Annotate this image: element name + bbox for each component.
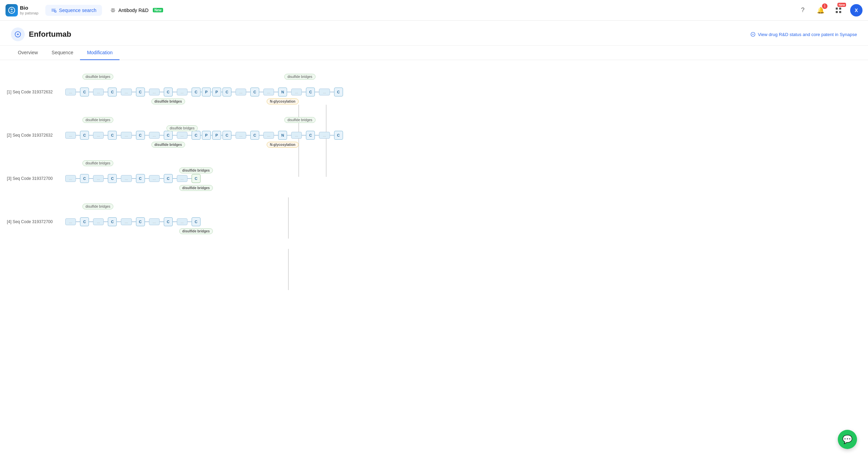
apps-button[interactable]: New: [832, 4, 845, 16]
logo-icon: [5, 4, 18, 16]
residue-C-1-5: C: [192, 88, 201, 96]
sequence-search-label: Sequence search: [59, 8, 96, 13]
conn-1: [76, 92, 80, 92]
seq-chain-4: disulfide bridges ... C ... C ... C ... …: [65, 217, 201, 226]
app-header: Bio by patsnap Sequence search Antibody …: [0, 0, 868, 21]
seq-label-2: [2] Seq Code 319372632: [7, 133, 65, 138]
notification-badge: 1: [822, 3, 827, 9]
tab-modification-label: Modification: [87, 50, 113, 55]
seq-label-1: [1] Seq Code 319372632: [7, 90, 65, 94]
residue-C-1-8: C: [306, 88, 315, 96]
residue-C-1-4: C disulfide bridges: [164, 88, 173, 96]
drug-title: Enfortumab: [29, 30, 71, 39]
residue-P-1-2: P: [212, 88, 221, 96]
residue-C-1-6: C: [222, 88, 231, 96]
svg-point-3: [112, 10, 114, 11]
seq-row-1: [1] Seq Code 319372632 disulfide bridges…: [0, 67, 868, 110]
dots-1-1: ...: [65, 89, 76, 95]
label-disulfide-below-1: disulfide bridges: [151, 99, 185, 104]
diagram-wrapper: [1] Seq Code 319372632 disulfide bridges…: [0, 67, 868, 240]
seq-row-4: [4] Seq Code 319372700 disulfide bridges…: [0, 197, 868, 240]
seq-chain-3: disulfide bridges ... C ... C ... C ... …: [65, 174, 201, 183]
logo-text: Bio by patsnap: [20, 5, 38, 15]
svg-rect-5: [839, 8, 841, 10]
label-disulfide-1a: disulfide bridges: [82, 74, 113, 80]
residue-C-1-1: C: [80, 88, 89, 96]
svg-line-2: [56, 12, 56, 12]
residue-N-1: N N-glycosylation: [278, 88, 287, 96]
logo-by: by patsnap: [20, 11, 38, 15]
svg-rect-6: [836, 11, 838, 13]
antibody-rd-label: Antibody R&D: [118, 8, 149, 13]
sequence-search-nav[interactable]: Sequence search: [45, 5, 102, 16]
svg-point-0: [9, 7, 15, 13]
drug-icon: [11, 27, 25, 41]
label-nglyc-1: N-glycosylation: [267, 99, 298, 104]
synapse-icon: [750, 32, 756, 37]
residue-C-1-7: C: [250, 88, 259, 96]
seq-chain-2: disulfide bridges ... C ... C ... C ... …: [65, 131, 343, 140]
sequence-search-icon: [51, 8, 56, 13]
drug-molecule-icon: [14, 31, 22, 38]
residue-C-1-9: C: [334, 88, 343, 96]
synapse-link-text: View drug R&D status and core patent in …: [758, 32, 857, 37]
residue-C-1-2: C: [108, 88, 117, 96]
seq-row-3: [3] Seq Code 319372700 disulfide bridges…: [0, 153, 868, 197]
page-title-area: Enfortumab: [11, 27, 71, 41]
tab-overview[interactable]: Overview: [11, 46, 45, 60]
help-icon: ?: [801, 7, 804, 14]
svg-rect-4: [836, 8, 838, 10]
antibody-new-badge: New: [153, 8, 163, 12]
tab-sequence-label: Sequence: [52, 50, 73, 55]
residue-P-1-1: P: [202, 88, 211, 96]
label-disulfide-2a: disulfide bridges: [82, 117, 113, 123]
header-icons: ? 🔔 1 New X: [797, 4, 863, 16]
tab-sequence[interactable]: Sequence: [45, 46, 80, 60]
seq-label-3: [3] Seq Code 319372700: [7, 176, 65, 181]
label-disulfide-1b: disulfide bridges: [284, 74, 315, 80]
seq-chain-1: disulfide bridges ... C ... C ... C ... …: [65, 88, 343, 96]
notification-button[interactable]: 🔔 1: [814, 4, 827, 16]
logo-area: Bio by patsnap: [5, 4, 38, 16]
antibody-icon: [110, 8, 116, 13]
seq-row-2: [2] Seq Code 319372632 disulfide bridges…: [0, 110, 868, 153]
svg-rect-7: [839, 11, 841, 13]
page-header: Enfortumab View drug R&D status and core…: [0, 21, 868, 46]
diagram-area: [1] Seq Code 319372632 disulfide bridges…: [0, 60, 868, 300]
grid-icon: [835, 7, 842, 13]
tabs: Overview Sequence Modification: [0, 46, 868, 60]
help-button[interactable]: ?: [797, 4, 809, 16]
avatar[interactable]: X: [850, 4, 863, 16]
logo-bio: Bio: [20, 5, 38, 11]
tab-modification[interactable]: Modification: [80, 46, 119, 60]
synapse-link[interactable]: View drug R&D status and core patent in …: [750, 32, 857, 37]
antibody-rd-nav[interactable]: Antibody R&D New: [105, 5, 169, 16]
svg-point-9: [17, 34, 19, 35]
residue-C-1-3: C: [136, 88, 145, 96]
avatar-letter: X: [855, 8, 858, 13]
svg-point-1: [54, 10, 56, 12]
seq-label-4: [4] Seq Code 319372700: [7, 219, 65, 224]
tab-overview-label: Overview: [18, 50, 38, 55]
apps-new-badge: New: [837, 3, 846, 7]
